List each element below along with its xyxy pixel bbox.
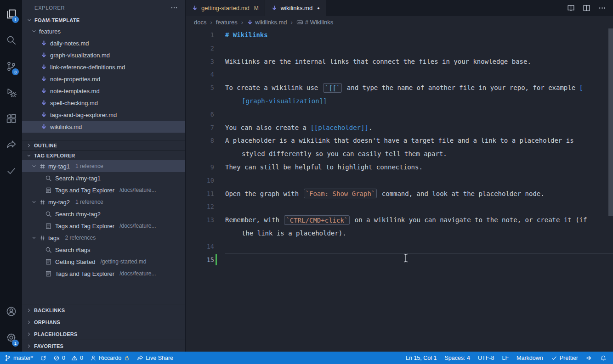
more-actions-icon[interactable] [170,4,178,11]
tag-item[interactable]: tags2 references [22,232,185,244]
project-section-header[interactable]: FOAM-TEMPLATE [22,15,185,25]
more-actions-icon[interactable] [598,4,606,12]
wikilink-text[interactable]: [ [579,84,583,91]
code-row[interactable]: 6 [186,108,613,121]
live-share-status[interactable]: Live Share [137,355,173,361]
code-row[interactable]: 12 [186,200,613,213]
breadcrumb-features[interactable]: features [216,19,238,26]
markdown-file-icon [40,76,47,83]
markdown-file-icon [40,64,47,71]
file-item[interactable]: daily-notes.md [22,37,185,49]
account-icon [6,306,17,317]
editor-actions [567,0,613,16]
file-item[interactable]: note-templates.md [22,85,185,97]
code-row[interactable]: 1# Wikilinks [186,28,613,42]
code-row[interactable]: 5To create a wikilink use `[[` and type … [186,81,613,95]
code-row[interactable]: 9They can still be helpful to highlight … [186,161,613,174]
markdown-file-icon [40,88,47,95]
wikilink-text[interactable]: [[placeholder]] [310,124,368,131]
split-editor-icon[interactable] [583,4,590,12]
sidebar-section-placeholders[interactable]: PLACEHOLDERS [22,328,185,340]
editor[interactable]: 1# Wikilinks23Wikilinks are the internal… [186,28,613,352]
dirty-indicator[interactable]: ● [317,6,319,11]
code-line: A placeholder is a wikilink that doesn't… [214,134,574,147]
tag-child-item[interactable]: Search #my-tag2 [22,208,185,220]
tag-child-item[interactable]: Tags and Tag Explorer/docs/feature... [22,268,185,280]
checklist-icon [6,166,17,176]
code-row[interactable]: 8A placeholder is a wikilink that doesn'… [186,134,613,147]
wikilink-text[interactable]: [graph-visualization]] [242,97,327,105]
encoding-status[interactable]: UTF-8 [478,355,494,361]
sidebar-section-backlinks[interactable]: BACKLINKS [22,304,185,316]
line-number [186,147,214,161]
activity-search[interactable] [0,27,22,53]
branch-icon [5,355,11,361]
activity-run-debug[interactable] [0,79,22,106]
activity-extensions[interactable] [0,106,22,132]
activity-explorer[interactable]: 1 [0,1,22,27]
code-row[interactable]: styled differently so you can easily tel… [186,147,613,161]
tag-item[interactable]: my-tag11 reference [22,160,185,172]
breadcrumb-symbol[interactable]: # Wikilinks [296,19,333,26]
language-mode-status[interactable]: Markdown [517,355,543,361]
file-tree: featuresdaily-notes.mdgraph-visualizatio… [22,25,185,133]
live-share-user[interactable]: Riccardo [90,355,130,361]
code-row[interactable]: 14 [186,240,613,253]
code-row[interactable]: 4 [186,68,613,81]
tag-child-item[interactable]: Tags and Tag Explorer/docs/feature... [22,184,185,196]
eol-status[interactable]: LF [502,355,509,361]
breadcrumb-docs[interactable]: docs [194,19,206,26]
code-row[interactable]: 3Wikilinks are the internal links that c… [186,55,613,68]
sidebar-section-orphans[interactable]: ORPHANS [22,316,185,328]
activity-settings[interactable]: 1 [0,325,22,351]
outline-section-header[interactable]: OUTLINE [22,140,185,150]
problems-status[interactable]: 0 0 [53,355,83,361]
file-item[interactable]: note-properties.md [22,73,185,85]
file-item[interactable]: graph-visualization.md [22,49,185,61]
tag-child-item[interactable]: Search #tags [22,244,185,256]
file-item[interactable]: tags-and-tag-explorer.md [22,109,185,121]
cursor-position-status[interactable]: Ln 15, Col 1 [406,355,437,361]
section-label: ORPHANS [34,319,60,325]
vertical-scrollbar[interactable] [608,28,613,216]
sync-icon [40,355,46,361]
formatter-status[interactable]: Prettier [551,355,578,361]
notifications-button[interactable] [600,355,607,361]
code-row[interactable]: 2 [186,42,613,55]
tab-getting-started[interactable]: getting-started.md M [186,0,265,16]
file-item[interactable]: spell-checking.md [22,97,185,109]
tag-child-item[interactable]: Search #my-tag1 [22,172,185,184]
code-row[interactable]: [graph-visualization]] [186,95,613,108]
sidebar-section-favorites[interactable]: FAVORITES [22,340,185,352]
tag-child-item[interactable]: Getting Started/getting-started.md [22,256,185,268]
tag-reference-count: 2 references [65,235,96,241]
search-icon [45,211,52,218]
folder-item[interactable]: features [22,25,185,37]
activity-accounts[interactable] [0,298,22,325]
code-row[interactable]: 10 [186,174,613,187]
code-row[interactable]: the link is a placeholder). [186,227,613,240]
code-row[interactable]: 7You can also create a [[placeholder]]. [186,121,613,134]
file-item[interactable]: link-reference-definitions.md [22,61,185,73]
tag-child-label: Tags and Tag Explorer [55,223,114,230]
tag-item[interactable]: my-tag21 reference [22,196,185,208]
code-row[interactable]: 11Open the graph with `Foam: Show Graph`… [186,187,613,201]
file-item[interactable]: wikilinks.md [22,121,185,133]
tag-explorer-section-header[interactable]: TAG EXPLORER [22,150,185,160]
activity-checklist[interactable] [0,158,22,184]
activity-source-control[interactable]: 3 [0,53,22,79]
code-row[interactable]: 13Remember, with `CTRL/CMD+click` on a w… [186,213,613,227]
open-preview-icon[interactable] [567,4,575,12]
indentation-status[interactable]: Spaces: 4 [444,355,470,361]
file-label: wikilinks.md [50,123,82,130]
markdown-file-icon [247,19,253,26]
activity-live-share[interactable] [0,132,22,158]
git-branch-status[interactable]: master* [5,355,33,361]
tag-child-item[interactable]: Tags and Tag Explorer/docs/feature... [22,220,185,232]
feedback-button[interactable] [586,355,592,361]
sync-status[interactable] [40,355,46,361]
line-number: 3 [186,55,214,68]
code-row[interactable]: 15 [186,253,613,267]
breadcrumb-file[interactable]: wikilinks.md [247,19,287,26]
tab-wikilinks[interactable]: wikilinks.md ● [265,0,326,16]
